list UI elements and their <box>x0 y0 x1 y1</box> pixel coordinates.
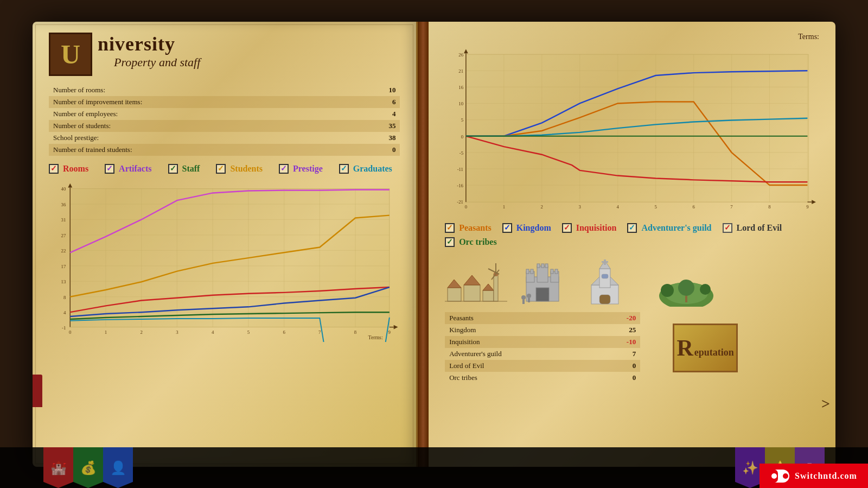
checkbox-graduates[interactable] <box>339 164 349 174</box>
svg-text:-21: -21 <box>457 199 464 205</box>
svg-text:9: 9 <box>806 204 809 209</box>
checkbox-staff[interactable] <box>168 164 178 174</box>
stat-value: 38 <box>352 132 400 144</box>
reputation-table: Peasants -20 Kingdom 25 Inquisition -10 … <box>445 312 640 384</box>
nav-castle[interactable]: 🏰 <box>43 447 73 488</box>
switchntd-bar: Switchntd.com <box>760 464 868 488</box>
page-header: U niversity Property and staff <box>49 33 400 76</box>
legend-rooms[interactable]: Rooms <box>49 164 88 174</box>
svg-text:22: 22 <box>61 248 66 253</box>
svg-text:0: 0 <box>465 204 468 209</box>
svg-text:1: 1 <box>105 329 107 335</box>
faction-illustrations <box>445 252 819 307</box>
checkbox-orc-tribes[interactable] <box>445 237 455 247</box>
reputation-title-box: R eputation <box>673 324 738 372</box>
legend-artifacts[interactable]: Artifacts <box>105 164 151 174</box>
rep-row: Kingdom 25 <box>445 324 640 336</box>
svg-text:7: 7 <box>318 329 321 335</box>
legend-kingdom[interactable]: Kingdom <box>502 223 551 233</box>
legend-label-inquisition: Inquisition <box>576 223 617 233</box>
svg-text:8: 8 <box>768 204 771 209</box>
svg-rect-109 <box>551 269 553 274</box>
legend-graduates[interactable]: Graduates <box>339 164 392 174</box>
legend-label-students: Students <box>230 164 263 174</box>
page-right: Terms: <box>429 22 835 467</box>
legend-label-prestige: Prestige <box>293 164 323 174</box>
legend-lord-evil[interactable]: Lord of Evil <box>723 223 782 233</box>
svg-text:27: 27 <box>61 232 66 238</box>
svg-text:2: 2 <box>140 329 142 335</box>
book: U niversity Property and staff Number of… <box>33 22 835 467</box>
stat-row: Number of improvement items: 6 <box>49 96 400 108</box>
svg-rect-0 <box>70 188 390 327</box>
checkbox-kingdom[interactable] <box>502 223 512 233</box>
reputation-legend: Peasants Kingdom Inquisition Adventurer'… <box>445 223 819 247</box>
svg-rect-112 <box>541 264 544 268</box>
legend-inquisition[interactable]: Inquisition <box>562 223 617 233</box>
legend-adventurers[interactable]: Adventurer's guild <box>627 223 711 233</box>
magic-icon: ✨ <box>742 460 758 476</box>
stat-label: Number of students: <box>49 120 352 132</box>
checkbox-rooms[interactable] <box>49 164 59 174</box>
legend-label-kingdom: Kingdom <box>516 223 551 233</box>
svg-text:6: 6 <box>283 329 285 335</box>
stats-table: Number of rooms: 10 Number of improvemen… <box>49 84 400 156</box>
svg-text:3: 3 <box>579 204 582 209</box>
checkbox-artifacts[interactable] <box>105 164 114 174</box>
svg-rect-116 <box>522 300 525 304</box>
svg-point-135 <box>771 473 777 479</box>
checkbox-prestige[interactable] <box>279 164 289 174</box>
faction-value: 0 <box>596 360 640 372</box>
nav-coin[interactable]: 💰 <box>73 447 103 488</box>
chart-legend: Rooms Artifacts Staff Students Prestige <box>49 164 400 174</box>
faction-value: 7 <box>596 348 640 360</box>
legend-peasants[interactable]: Peasants <box>445 223 492 233</box>
stat-value: 4 <box>352 108 400 120</box>
legend-label-peasants: Peasants <box>459 223 492 233</box>
stat-label: Number of rooms: <box>49 84 352 96</box>
checkbox-inquisition[interactable] <box>562 223 572 233</box>
legend-students[interactable]: Students <box>216 164 263 174</box>
faction-label: Peasants <box>445 312 596 324</box>
svg-rect-125 <box>602 274 608 278</box>
rep-row: Lord of Evil 0 <box>445 360 640 372</box>
legend-staff[interactable]: Staff <box>168 164 200 174</box>
svg-rect-93 <box>464 285 480 301</box>
rep-row: Adventurer's guild 7 <box>445 348 640 360</box>
nav-person[interactable]: 👤 <box>103 447 133 488</box>
legend-orc-tribes[interactable]: Orc tribes <box>445 237 496 247</box>
checkbox-students[interactable] <box>216 164 226 174</box>
terms-label: Terms: <box>798 33 819 41</box>
svg-text:-5: -5 <box>459 150 464 155</box>
stat-row: Number of employees: 4 <box>49 108 400 120</box>
stat-row: School prestige: 38 <box>49 132 400 144</box>
svg-text:16: 16 <box>458 85 463 90</box>
svg-text:8: 8 <box>354 329 357 335</box>
svg-rect-46 <box>466 54 809 202</box>
faction-label: Adventurer's guild <box>445 348 596 360</box>
checkbox-lord-evil[interactable] <box>723 223 732 233</box>
svg-marker-92 <box>448 280 461 288</box>
svg-text:-11: -11 <box>457 166 463 172</box>
faction-label: Lord of Evil <box>445 360 596 372</box>
legend-label-artifacts: Artifacts <box>119 164 151 174</box>
next-button[interactable]: > <box>821 395 830 413</box>
svg-text:4: 4 <box>63 310 66 315</box>
svg-point-115 <box>521 295 526 300</box>
person-icon: 👤 <box>110 460 126 476</box>
peasants-illustration <box>445 258 507 307</box>
svg-text:Terms:: Terms: <box>368 334 383 340</box>
checkbox-peasants[interactable] <box>445 223 455 233</box>
checkbox-adventurers[interactable] <box>627 223 637 233</box>
svg-text:6: 6 <box>693 204 695 209</box>
svg-text:13: 13 <box>61 279 66 284</box>
right-chart-svg: 26 21 16 10 5 0 -5 -11 -16 -21 0 1 2 3 4 <box>445 44 819 218</box>
title-subtitle: Property and staff <box>114 55 200 69</box>
legend-label-graduates: Graduates <box>353 164 392 174</box>
svg-text:5: 5 <box>247 329 250 335</box>
stat-value: 0 <box>352 144 400 156</box>
legend-prestige[interactable]: Prestige <box>279 164 323 174</box>
svg-text:7: 7 <box>731 204 733 209</box>
svg-marker-43 <box>394 325 398 329</box>
svg-marker-45 <box>68 183 72 187</box>
